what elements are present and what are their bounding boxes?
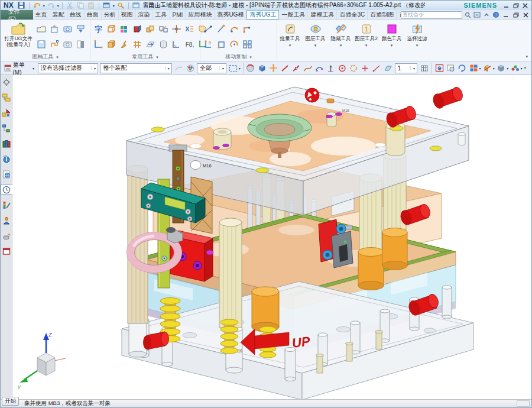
pattern-grid-icon[interactable] [241,37,254,51]
marquee-caret[interactable]: ▾ [239,66,241,70]
system-scene-icon[interactable] [1,231,12,241]
mold-assembly-3d-view[interactable]: M10 M10 M10 [12,75,531,399]
color-filter-icon[interactable] [186,63,195,74]
angle-icon[interactable] [170,37,183,51]
cylinder-icon[interactable] [157,37,170,51]
render-style-icon[interactable] [497,63,506,74]
render-style-caret[interactable]: ▾ [507,66,508,70]
f8-view-icon[interactable]: F8, [183,37,196,51]
doc-restore-button[interactable] [511,11,520,19]
two-cubes-icon[interactable] [144,21,157,36]
tab-surface[interactable]: 曲面 [85,10,102,20]
selection-scope-combo[interactable]: 整个装配▾ [100,63,172,73]
snap-spline-icon[interactable] [314,63,324,74]
redo-caret[interactable]: ▾ [57,4,59,8]
undo-icon[interactable] [33,2,41,9]
snap-scope-combo[interactable]: 全部▾ [197,63,226,73]
snap-point-icon[interactable] [361,63,370,74]
graphics-window[interactable]: M10 M10 M10 [12,75,531,399]
locating-ring[interactable] [248,114,312,141]
tab-pmi[interactable]: PMI [170,10,186,20]
copy-icon[interactable] [76,2,85,9]
paste-icon[interactable] [87,2,96,9]
tab-yanxiu-tools[interactable]: 燕秀UG工 [246,10,279,20]
web-page-icon[interactable] [1,169,12,179]
trace-icon[interactable] [48,37,61,51]
undo-caret[interactable]: ▾ [43,4,45,8]
window-menu-icon[interactable] [132,2,141,9]
save-part-icon[interactable] [35,37,48,51]
solid-cube-icon[interactable] [105,37,118,51]
selection-filter-combo[interactable]: 没有选择过滤器▾ [38,63,98,73]
marquee-select-icon[interactable] [228,63,238,74]
print-preview-icon[interactable] [74,37,87,51]
command-finder-icon[interactable] [116,2,125,9]
redo-icon[interactable] [47,2,56,9]
markers-caret[interactable]: ▾ [521,66,523,70]
latch-counter[interactable] [319,219,353,268]
section-view-icon[interactable] [482,63,492,74]
batch-tools-dropdown[interactable]: 批量工具▾ [277,20,303,61]
wireframe-cube-icon[interactable] [105,21,118,36]
menu-button[interactable]: 菜单(M)▾ [2,60,36,76]
view-layout-icon[interactable] [469,63,478,74]
point-to-point-icon[interactable] [241,21,254,36]
color-tools-dropdown[interactable]: 颜色工具▾ [379,20,404,61]
constraint-navigator-icon[interactable] [1,108,12,118]
rotate-arc-icon[interactable] [228,21,241,36]
move-rect-icon[interactable] [215,37,228,51]
status-grip[interactable] [517,400,530,407]
snap-center-icon[interactable] [338,63,347,74]
selection-filter-dropdown[interactable]: 选择过滤▾ [404,20,430,61]
shaded-part-icon[interactable] [131,21,144,36]
snap-cube-icon[interactable] [257,63,267,74]
part-navigator-icon[interactable] [1,123,12,133]
layer-tools-dropdown[interactable]: 图层工具▾ [303,20,328,61]
minimize-ribbon-icon[interactable] [482,11,491,19]
work-layer-combo[interactable]: 1▾ [395,63,418,73]
window-switch-icon[interactable] [102,2,111,9]
crosshair-icon[interactable] [170,21,183,36]
zoom-window-icon[interactable] [446,63,455,74]
snap-endpoint-icon[interactable] [280,63,290,74]
export-sheet-icon[interactable] [74,21,87,36]
tab-baitong-3c[interactable]: 百通全3C [337,10,368,20]
x-list-icon[interactable]: X [183,21,196,36]
visual-reports-icon[interactable] [1,200,12,210]
layer-tools-2-dropdown[interactable]: 1 图层工具2▾ [353,20,379,61]
axis-tool-icon[interactable] [92,37,105,51]
color-grid-icon[interactable] [118,21,131,36]
tab-render[interactable]: 渲染 [136,10,153,20]
snapshot2-icon[interactable] [61,37,74,51]
settings-icon[interactable] [1,77,12,87]
start-button[interactable]: 开始 [2,397,19,406]
hide-tools-dropdown[interactable]: 隐藏工具▾ [328,20,353,61]
fullscreen-icon[interactable] [473,11,481,19]
copy-line-icon[interactable] [215,21,228,36]
internet-browser-icon[interactable] [1,154,12,164]
group-label-move-copy[interactable]: 移动复制▾ [202,53,275,61]
snap-curve-icon[interactable] [303,63,313,74]
roles-icon[interactable] [1,215,12,225]
search-icon[interactable] [463,11,472,19]
fence-icon[interactable] [131,37,144,51]
tab-curve[interactable]: 曲线 [67,10,85,20]
text-tool-icon[interactable]: 字 [92,21,105,36]
tab-assembly[interactable]: 装配 [50,10,67,20]
orientation-triad[interactable]: Z Y [17,332,66,390]
ribbon-overflow-caret[interactable]: ▾ [525,54,531,61]
doc-minimize-button[interactable] [501,11,510,19]
tab-baitong-drafting[interactable]: 百通制图 [368,10,397,20]
broom-icon[interactable] [118,37,131,51]
restore-button[interactable] [511,2,520,9]
group-label-common-tools[interactable]: 常用工具▾ [92,53,198,61]
date-stamp[interactable] [305,88,319,102]
reuse-library-icon[interactable] [1,138,12,148]
toolbar-overflow-caret[interactable]: ▾ [524,66,530,70]
view-layout-caret[interactable]: ▾ [479,66,481,70]
tab-baitong-electrode[interactable]: 百通电极 [397,10,401,20]
cube-span-icon[interactable] [157,21,170,36]
rotate-center-icon[interactable] [228,37,241,51]
close-button[interactable] [521,2,530,9]
tab-file[interactable]: 文件(F) [1,10,33,20]
